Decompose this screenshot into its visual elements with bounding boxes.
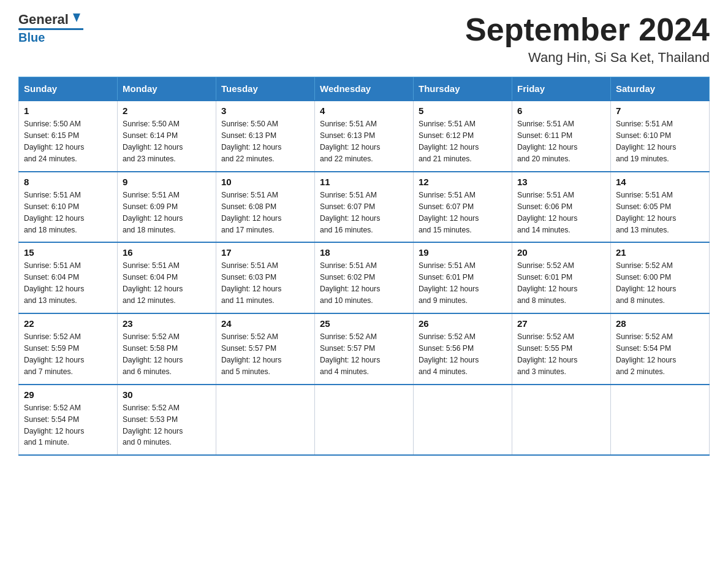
calendar-cell: 18 Sunrise: 5:51 AMSunset: 6:02 PMDaylig… <box>315 242 414 313</box>
day-number: 17 <box>221 247 309 258</box>
logo: General Blue <box>18 12 83 44</box>
day-info: Sunrise: 5:52 AMSunset: 5:57 PMDaylight:… <box>320 331 408 378</box>
calendar-cell: 25 Sunrise: 5:52 AMSunset: 5:57 PMDaylig… <box>315 313 414 385</box>
day-number: 13 <box>517 177 605 187</box>
day-info: Sunrise: 5:51 AMSunset: 6:10 PMDaylight:… <box>616 118 704 165</box>
calendar-cell <box>315 385 414 456</box>
col-thursday: Thursday <box>414 77 512 101</box>
day-info: Sunrise: 5:52 AMSunset: 5:54 PMDaylight:… <box>616 331 704 378</box>
day-number: 19 <box>419 247 507 258</box>
calendar-cell: 15 Sunrise: 5:51 AMSunset: 6:04 PMDaylig… <box>19 242 118 313</box>
calendar-cell: 26 Sunrise: 5:52 AMSunset: 5:56 PMDaylig… <box>414 313 512 385</box>
calendar-week-4: 22 Sunrise: 5:52 AMSunset: 5:59 PMDaylig… <box>19 313 710 385</box>
calendar-cell: 12 Sunrise: 5:51 AMSunset: 6:07 PMDaylig… <box>414 172 512 243</box>
calendar-week-5: 29 Sunrise: 5:52 AMSunset: 5:54 PMDaylig… <box>19 385 710 456</box>
day-info: Sunrise: 5:51 AMSunset: 6:09 PMDaylight:… <box>123 190 211 236</box>
day-info: Sunrise: 5:51 AMSunset: 6:04 PMDaylight:… <box>24 260 112 307</box>
calendar-cell: 23 Sunrise: 5:52 AMSunset: 5:58 PMDaylig… <box>118 313 216 385</box>
calendar-week-3: 15 Sunrise: 5:51 AMSunset: 6:04 PMDaylig… <box>19 242 710 313</box>
day-info: Sunrise: 5:52 AMSunset: 5:58 PMDaylight:… <box>123 331 211 378</box>
day-number: 2 <box>123 105 211 116</box>
day-info: Sunrise: 5:52 AMSunset: 5:53 PMDaylight:… <box>123 402 211 449</box>
day-number: 5 <box>419 105 507 116</box>
day-number: 9 <box>123 177 211 187</box>
calendar-cell: 16 Sunrise: 5:51 AMSunset: 6:04 PMDaylig… <box>118 242 216 313</box>
day-number: 4 <box>320 105 408 116</box>
day-number: 30 <box>123 389 211 400</box>
day-number: 23 <box>123 318 211 329</box>
day-info: Sunrise: 5:51 AMSunset: 6:03 PMDaylight:… <box>221 260 309 307</box>
calendar-cell: 24 Sunrise: 5:52 AMSunset: 5:57 PMDaylig… <box>216 313 315 385</box>
day-info: Sunrise: 5:51 AMSunset: 6:13 PMDaylight:… <box>320 118 408 165</box>
day-info: Sunrise: 5:51 AMSunset: 6:12 PMDaylight:… <box>419 118 507 165</box>
day-number: 1 <box>24 105 112 116</box>
calendar-cell: 7 Sunrise: 5:51 AMSunset: 6:10 PMDayligh… <box>611 101 710 172</box>
calendar-cell: 19 Sunrise: 5:51 AMSunset: 6:01 PMDaylig… <box>414 242 512 313</box>
calendar-cell: 20 Sunrise: 5:52 AMSunset: 6:01 PMDaylig… <box>512 242 611 313</box>
day-number: 12 <box>419 177 507 187</box>
day-info: Sunrise: 5:51 AMSunset: 6:07 PMDaylight:… <box>419 190 507 236</box>
day-info: Sunrise: 5:51 AMSunset: 6:02 PMDaylight:… <box>320 260 408 307</box>
month-title: September 2024 <box>465 12 710 47</box>
day-info: Sunrise: 5:51 AMSunset: 6:11 PMDaylight:… <box>517 118 605 165</box>
logo-general-text: General <box>18 12 69 27</box>
page-header: General Blue September 2024 Wang Hin, Si… <box>18 12 710 66</box>
col-friday: Friday <box>512 77 611 101</box>
calendar-table: Sunday Monday Tuesday Wednesday Thursday… <box>18 77 710 456</box>
day-info: Sunrise: 5:51 AMSunset: 6:01 PMDaylight:… <box>419 260 507 307</box>
day-number: 21 <box>616 247 704 258</box>
day-number: 22 <box>24 318 112 329</box>
logo-triangle-icon <box>70 11 83 25</box>
calendar-cell: 17 Sunrise: 5:51 AMSunset: 6:03 PMDaylig… <box>216 242 315 313</box>
day-info: Sunrise: 5:52 AMSunset: 5:59 PMDaylight:… <box>24 331 112 378</box>
calendar-cell: 6 Sunrise: 5:51 AMSunset: 6:11 PMDayligh… <box>512 101 611 172</box>
calendar-cell: 4 Sunrise: 5:51 AMSunset: 6:13 PMDayligh… <box>315 101 414 172</box>
col-monday: Monday <box>118 77 216 101</box>
day-info: Sunrise: 5:52 AMSunset: 5:55 PMDaylight:… <box>517 331 605 378</box>
day-info: Sunrise: 5:52 AMSunset: 6:00 PMDaylight:… <box>616 260 704 307</box>
day-number: 16 <box>123 247 211 258</box>
calendar-cell: 10 Sunrise: 5:51 AMSunset: 6:08 PMDaylig… <box>216 172 315 243</box>
calendar-cell: 5 Sunrise: 5:51 AMSunset: 6:12 PMDayligh… <box>414 101 512 172</box>
calendar-cell: 11 Sunrise: 5:51 AMSunset: 6:07 PMDaylig… <box>315 172 414 243</box>
location-title: Wang Hin, Si Sa Ket, Thailand <box>465 50 710 66</box>
title-block: September 2024 Wang Hin, Si Sa Ket, Thai… <box>465 12 710 66</box>
day-number: 15 <box>24 247 112 258</box>
logo-line <box>18 28 83 30</box>
day-info: Sunrise: 5:52 AMSunset: 5:56 PMDaylight:… <box>419 331 507 378</box>
day-number: 26 <box>419 318 507 329</box>
calendar-cell: 3 Sunrise: 5:50 AMSunset: 6:13 PMDayligh… <box>216 101 315 172</box>
calendar-cell: 14 Sunrise: 5:51 AMSunset: 6:05 PMDaylig… <box>611 172 710 243</box>
svg-marker-0 <box>73 13 80 22</box>
calendar-cell: 30 Sunrise: 5:52 AMSunset: 5:53 PMDaylig… <box>118 385 216 456</box>
calendar-cell: 8 Sunrise: 5:51 AMSunset: 6:10 PMDayligh… <box>19 172 118 243</box>
day-info: Sunrise: 5:51 AMSunset: 6:10 PMDaylight:… <box>24 190 112 236</box>
calendar-cell: 1 Sunrise: 5:50 AMSunset: 6:15 PMDayligh… <box>19 101 118 172</box>
day-info: Sunrise: 5:51 AMSunset: 6:08 PMDaylight:… <box>221 190 309 236</box>
day-info: Sunrise: 5:52 AMSunset: 5:57 PMDaylight:… <box>221 331 309 378</box>
day-number: 7 <box>616 105 704 116</box>
calendar-cell: 13 Sunrise: 5:51 AMSunset: 6:06 PMDaylig… <box>512 172 611 243</box>
day-number: 27 <box>517 318 605 329</box>
calendar-cell: 2 Sunrise: 5:50 AMSunset: 6:14 PMDayligh… <box>118 101 216 172</box>
day-info: Sunrise: 5:51 AMSunset: 6:05 PMDaylight:… <box>616 190 704 236</box>
calendar-cell <box>611 385 710 456</box>
calendar-cell <box>216 385 315 456</box>
calendar-cell: 21 Sunrise: 5:52 AMSunset: 6:00 PMDaylig… <box>611 242 710 313</box>
logo-blue-text: Blue <box>18 31 45 44</box>
calendar-cell: 22 Sunrise: 5:52 AMSunset: 5:59 PMDaylig… <box>19 313 118 385</box>
calendar-cell: 28 Sunrise: 5:52 AMSunset: 5:54 PMDaylig… <box>611 313 710 385</box>
day-info: Sunrise: 5:51 AMSunset: 6:07 PMDaylight:… <box>320 190 408 236</box>
calendar-week-2: 8 Sunrise: 5:51 AMSunset: 6:10 PMDayligh… <box>19 172 710 243</box>
day-info: Sunrise: 5:50 AMSunset: 6:13 PMDaylight:… <box>221 118 309 165</box>
day-number: 18 <box>320 247 408 258</box>
day-number: 28 <box>616 318 704 329</box>
calendar-week-1: 1 Sunrise: 5:50 AMSunset: 6:15 PMDayligh… <box>19 101 710 172</box>
col-sunday: Sunday <box>19 77 118 101</box>
calendar-cell <box>512 385 611 456</box>
day-info: Sunrise: 5:50 AMSunset: 6:15 PMDaylight:… <box>24 118 112 165</box>
day-info: Sunrise: 5:52 AMSunset: 5:54 PMDaylight:… <box>24 402 112 449</box>
day-number: 25 <box>320 318 408 329</box>
calendar-cell: 29 Sunrise: 5:52 AMSunset: 5:54 PMDaylig… <box>19 385 118 456</box>
day-info: Sunrise: 5:50 AMSunset: 6:14 PMDaylight:… <box>123 118 211 165</box>
